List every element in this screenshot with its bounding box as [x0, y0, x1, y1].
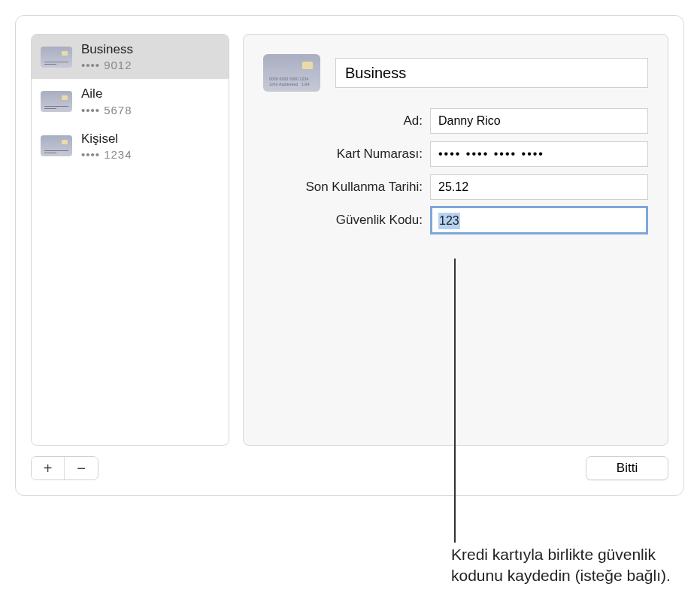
card-item-last4: •••• 1234	[81, 148, 132, 161]
card-item-last4: •••• 5678	[81, 104, 132, 116]
card-item-text: Kişisel •••• 1234	[81, 132, 132, 161]
card-item-last4: •••• 9012	[81, 59, 133, 71]
credit-card-icon	[263, 54, 320, 92]
footer: + − Bitti	[31, 456, 668, 480]
row-card-number: Kart Numarası:	[293, 141, 648, 167]
preferences-window: Business •••• 9012 Aile •••• 5678 Kişise…	[15, 15, 684, 496]
label-expiry: Son Kullanma Tarihi:	[293, 180, 423, 195]
cardholder-name-field[interactable]	[430, 108, 648, 134]
expiry-field[interactable]	[430, 174, 648, 200]
add-card-button[interactable]: +	[32, 457, 65, 479]
label-security-code: Güvenlik Kodu:	[293, 213, 423, 228]
credit-card-icon	[41, 135, 72, 156]
credit-card-icon	[41, 47, 72, 68]
row-expiry: Son Kullanma Tarihi:	[293, 174, 648, 200]
minus-icon: −	[77, 460, 86, 477]
row-cardholder-name: Ad:	[293, 108, 648, 134]
label-card-number: Kart Numarası:	[293, 147, 423, 162]
done-button[interactable]: Bitti	[586, 456, 668, 480]
title-row	[263, 54, 648, 92]
card-list-item-kisisel[interactable]: Kişisel •••• 1234	[32, 124, 229, 168]
card-item-title: Kişisel	[81, 132, 132, 147]
card-item-title: Aile	[81, 86, 132, 101]
callout-text: Kredi kartıyla birlikte güvenlik kodunu …	[451, 544, 684, 587]
card-item-text: Business •••• 9012	[81, 42, 133, 71]
card-number-field[interactable]	[430, 141, 648, 167]
card-list-item-aile[interactable]: Aile •••• 5678	[32, 79, 229, 123]
add-remove-control: + −	[31, 456, 98, 480]
callout-leader-line	[454, 259, 456, 543]
card-detail-panel: Ad: Kart Numarası: Son Kullanma Tarihi: …	[243, 34, 668, 446]
card-list-item-business[interactable]: Business •••• 9012	[32, 35, 229, 79]
plus-icon: +	[44, 460, 53, 477]
form-rows: Ad: Kart Numarası: Son Kullanma Tarihi: …	[263, 108, 648, 233]
remove-card-button[interactable]: −	[65, 457, 98, 479]
content-row: Business •••• 9012 Aile •••• 5678 Kişise…	[31, 34, 668, 446]
security-code-field[interactable]	[430, 206, 648, 234]
card-item-title: Business	[81, 42, 133, 57]
credit-card-icon	[41, 91, 72, 112]
card-description-field[interactable]	[335, 58, 648, 88]
label-cardholder: Ad:	[293, 113, 423, 129]
row-security-code: Güvenlik Kodu: 123	[293, 207, 648, 233]
card-list: Business •••• 9012 Aile •••• 5678 Kişise…	[31, 34, 229, 446]
card-item-text: Aile •••• 5678	[81, 86, 132, 116]
